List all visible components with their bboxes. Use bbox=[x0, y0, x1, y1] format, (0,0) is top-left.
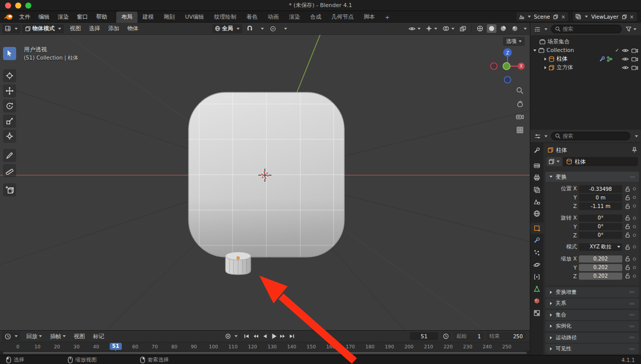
jump-to-end-button[interactable] bbox=[288, 332, 296, 340]
axis-negz-ball[interactable] bbox=[505, 77, 511, 83]
camera-view-button[interactable] bbox=[515, 112, 525, 122]
filter-button[interactable] bbox=[624, 25, 638, 34]
animate-property-icon[interactable] bbox=[633, 217, 636, 220]
properties-section-header[interactable]: 运动路径 bbox=[545, 333, 639, 343]
workspace-tab[interactable]: 合成 bbox=[305, 12, 327, 23]
transform-value-field[interactable]: 0° bbox=[579, 215, 622, 222]
shading-material-button[interactable] bbox=[498, 24, 508, 33]
mode-select[interactable]: 物体模式 bbox=[22, 24, 64, 33]
editor-type-button[interactable] bbox=[2, 332, 20, 341]
current-frame-field[interactable]: 51 bbox=[410, 332, 438, 340]
remove-viewlayer-button[interactable]: × bbox=[629, 14, 635, 20]
outliner-search-input[interactable]: 搜索 bbox=[551, 25, 622, 33]
properties-section-header[interactable]: 可见性 bbox=[545, 344, 639, 354]
transform-value-field[interactable]: 0.202 bbox=[579, 264, 622, 272]
timeline-menu-item[interactable]: 回放 bbox=[22, 332, 46, 341]
transform-value-field[interactable]: 0.202 bbox=[579, 255, 622, 263]
tab-world[interactable] bbox=[531, 208, 543, 219]
shading-wireframe-button[interactable] bbox=[475, 24, 485, 33]
tab-material[interactable] bbox=[531, 295, 543, 306]
lock-icon[interactable] bbox=[624, 265, 631, 270]
editor-type-button[interactable] bbox=[533, 25, 548, 34]
properties-section-header[interactable]: 关系 bbox=[545, 298, 639, 308]
close-window-button[interactable] bbox=[5, 3, 11, 9]
tab-particles[interactable] bbox=[531, 247, 543, 258]
tab-object-data[interactable] bbox=[531, 283, 543, 294]
animate-property-icon[interactable] bbox=[633, 234, 636, 237]
tab-object[interactable] bbox=[530, 223, 543, 234]
blender-logo-icon[interactable] bbox=[4, 14, 13, 20]
overlays-button[interactable] bbox=[441, 24, 456, 33]
navigation-gizmo[interactable]: Z X bbox=[487, 46, 528, 86]
add-cube-tool[interactable] bbox=[3, 183, 16, 196]
measure-tool[interactable] bbox=[3, 164, 16, 177]
animate-property-icon[interactable] bbox=[633, 225, 636, 228]
workspace-tab[interactable]: + bbox=[380, 13, 395, 23]
animate-property-icon[interactable] bbox=[633, 187, 636, 190]
workspace-tab[interactable]: 几何节点 bbox=[327, 12, 359, 23]
object-name-field[interactable]: 柱体 bbox=[563, 157, 638, 166]
options-dropdown[interactable]: 选项 bbox=[503, 37, 525, 46]
preview-range-toggle[interactable] bbox=[441, 332, 451, 341]
workspace-tab[interactable]: 雕刻 bbox=[159, 12, 180, 23]
outliner-row-collection[interactable]: Collection ✓ bbox=[530, 46, 641, 55]
outliner-row-cube[interactable]: 立方体 bbox=[530, 63, 641, 72]
tab-physics[interactable] bbox=[531, 259, 543, 270]
lock-icon[interactable] bbox=[624, 232, 631, 238]
tab-modifiers[interactable] bbox=[531, 235, 543, 246]
properties-section-header[interactable]: 集合 bbox=[545, 310, 639, 320]
viewport-menu-item[interactable]: 物体 bbox=[123, 24, 143, 33]
topbar-menu-item[interactable]: 渲染 bbox=[54, 12, 73, 22]
shading-rendered-button[interactable] bbox=[510, 24, 520, 33]
frame-end-field[interactable]: 结束 250 bbox=[486, 332, 526, 340]
tab-texture[interactable] bbox=[531, 307, 543, 319]
frame-start-field[interactable]: 起始 1 bbox=[453, 332, 484, 340]
object-visibility-button[interactable] bbox=[407, 24, 422, 33]
properties-section-header[interactable]: 变换增量 bbox=[545, 287, 639, 297]
lock-icon[interactable] bbox=[624, 273, 631, 279]
timeline-scrollbar[interactable] bbox=[0, 351, 530, 355]
pin-icon[interactable] bbox=[632, 145, 637, 155]
axis-y-ball[interactable] bbox=[503, 63, 510, 70]
transform-value-field[interactable]: -1.11 m bbox=[579, 202, 622, 210]
editor-type-button[interactable] bbox=[533, 132, 548, 141]
outliner-row-scene-collection[interactable]: 场景集合 bbox=[530, 37, 641, 46]
transform-tool[interactable] bbox=[3, 130, 16, 143]
minimize-window-button[interactable] bbox=[15, 3, 21, 9]
lock-icon[interactable] bbox=[624, 244, 631, 250]
tab-render[interactable] bbox=[531, 160, 543, 171]
viewlayer-selector[interactable]: ViewLayer × bbox=[573, 12, 637, 21]
gizmos-button[interactable] bbox=[424, 24, 439, 33]
transform-value-field[interactable]: -0.33498 bbox=[579, 185, 622, 193]
scene-selector[interactable]: Scene × bbox=[517, 12, 568, 21]
viewport-menu-item[interactable]: 视图 bbox=[66, 24, 85, 33]
maximize-window-button[interactable] bbox=[25, 3, 31, 9]
editor-type-button[interactable] bbox=[2, 24, 20, 33]
topbar-menu-item[interactable]: 编辑 bbox=[34, 12, 54, 22]
unlink-scene-button[interactable]: × bbox=[560, 14, 566, 20]
properties-search-input[interactable]: 搜索 bbox=[551, 132, 630, 140]
animate-property-icon[interactable] bbox=[633, 204, 636, 207]
tab-scene[interactable] bbox=[531, 196, 543, 207]
hide-eye-icon[interactable] bbox=[622, 48, 629, 53]
animate-property-icon[interactable] bbox=[633, 266, 636, 269]
properties-section-header[interactable]: 实例化 bbox=[545, 321, 639, 331]
proportional-edit-toggle[interactable] bbox=[268, 24, 278, 33]
zoom-button[interactable] bbox=[515, 85, 525, 95]
disable-render-camera-icon[interactable] bbox=[631, 65, 638, 70]
annotate-tool[interactable] bbox=[3, 149, 16, 162]
transform-value-field[interactable]: 0° bbox=[579, 232, 622, 239]
workspace-tab[interactable]: 纹理绘制 bbox=[209, 12, 242, 23]
toggle-ortho-button[interactable] bbox=[515, 125, 525, 135]
tab-view-layer[interactable] bbox=[531, 184, 543, 195]
snap-toggle[interactable] bbox=[245, 24, 254, 33]
play-button[interactable] bbox=[269, 332, 278, 340]
lock-icon[interactable] bbox=[624, 203, 631, 209]
lock-icon[interactable] bbox=[624, 186, 631, 192]
previous-keyframe-button[interactable] bbox=[251, 332, 260, 340]
workspace-tab[interactable]: 动画 bbox=[263, 12, 284, 23]
animate-property-icon[interactable] bbox=[633, 257, 636, 261]
workspace-tab[interactable]: UV编辑 bbox=[180, 12, 209, 23]
lock-icon[interactable] bbox=[624, 256, 631, 262]
lock-icon[interactable] bbox=[624, 215, 631, 221]
